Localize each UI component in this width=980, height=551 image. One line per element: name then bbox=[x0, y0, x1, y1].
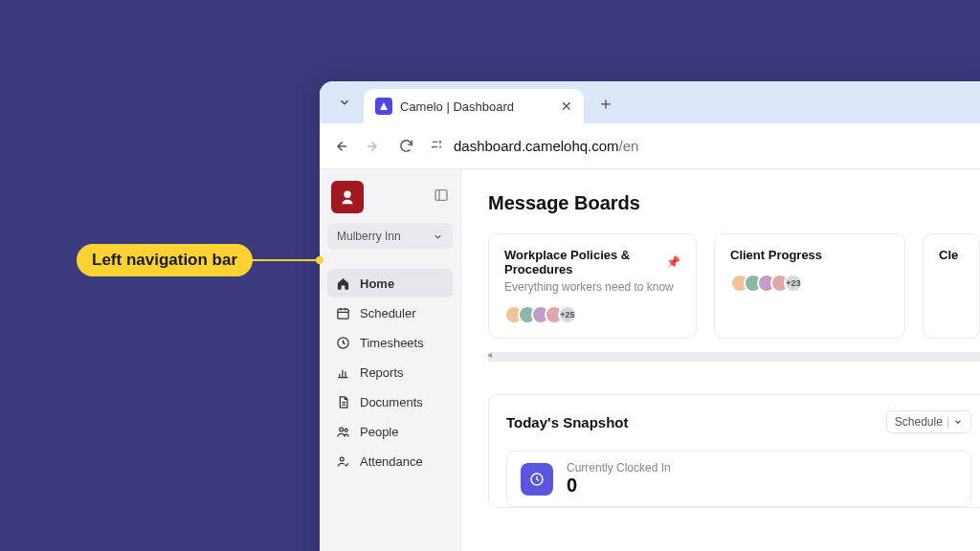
left-sidebar: Mulberry Inn Home Scheduler Timesheets bbox=[320, 169, 461, 551]
clock-icon bbox=[335, 335, 350, 350]
people-icon bbox=[335, 424, 350, 439]
url-text: dashboard.camelohq.com/en bbox=[454, 138, 638, 154]
svg-point-2 bbox=[344, 191, 350, 198]
pin-icon: 📌 bbox=[666, 255, 680, 269]
board-title: Workplace Policies & Procedures bbox=[504, 248, 658, 276]
chevron-down-icon bbox=[338, 96, 351, 109]
board-title: Cle bbox=[939, 248, 958, 262]
svg-rect-4 bbox=[337, 309, 347, 319]
chevron-down-icon bbox=[953, 417, 963, 427]
nav-label: Attendance bbox=[360, 454, 423, 469]
svg-point-7 bbox=[345, 429, 347, 431]
reload-icon bbox=[398, 138, 414, 154]
boards-scrollbar[interactable] bbox=[488, 352, 980, 362]
avatar-more: +23 bbox=[784, 274, 803, 293]
svg-point-8 bbox=[340, 457, 344, 461]
svg-point-0 bbox=[439, 141, 441, 143]
main-content: Message Boards Workplace Policies & Proc… bbox=[461, 169, 980, 551]
annotation-callout: Left navigation bar bbox=[77, 244, 323, 276]
sidebar-top bbox=[327, 179, 453, 217]
nav-label: Timesheets bbox=[360, 336, 424, 350]
nav-list: Home Scheduler Timesheets Reports Docume… bbox=[327, 269, 453, 475]
annotation-label: Left navigation bar bbox=[77, 244, 253, 276]
board-title: Client Progress bbox=[730, 248, 822, 262]
sidebar-item-timesheets[interactable]: Timesheets bbox=[327, 328, 453, 357]
board-card[interactable]: Workplace Policies & Procedures 📌 Everyt… bbox=[488, 233, 697, 339]
snapshot-clockedin[interactable]: Currently Clocked In 0 bbox=[506, 451, 971, 507]
snapshot-row-value: 0 bbox=[567, 474, 671, 496]
workspace-logo[interactable] bbox=[331, 181, 364, 213]
workspace-name: Mulberry Inn bbox=[337, 230, 401, 243]
address-bar[interactable]: dashboard.camelohq.com/en bbox=[429, 137, 978, 156]
sidebar-item-attendance[interactable]: Attendance bbox=[327, 447, 453, 475]
nav-label: People bbox=[360, 425, 398, 439]
tab-search-button[interactable] bbox=[331, 89, 358, 116]
arrow-right-icon bbox=[365, 138, 382, 155]
annotation-line bbox=[253, 259, 316, 261]
back-button[interactable] bbox=[331, 137, 350, 156]
annotation-dot bbox=[316, 256, 323, 264]
camelo-favicon bbox=[375, 98, 392, 115]
nav-label: Home bbox=[360, 276, 394, 291]
workspace-selector[interactable]: Mulberry Inn bbox=[327, 223, 453, 250]
collapse-sidebar-button[interactable] bbox=[434, 187, 449, 207]
nav-label: Reports bbox=[360, 365, 404, 380]
board-avatars: +25 bbox=[504, 305, 680, 324]
chef-icon bbox=[337, 187, 358, 208]
attendance-icon bbox=[335, 453, 350, 469]
divider: | bbox=[947, 415, 949, 429]
nav-label: Scheduler bbox=[360, 306, 416, 320]
browser-window: Camelo | Dashboard ✕ ＋ dashboard.cameloh… bbox=[320, 81, 980, 551]
arrow-left-icon bbox=[332, 138, 349, 155]
snapshot-panel: Today's Snapshot Schedule | Currently Cl… bbox=[488, 394, 980, 508]
clock-square-icon bbox=[521, 463, 553, 496]
browser-toolbar: dashboard.camelohq.com/en bbox=[320, 123, 980, 169]
browser-tabstrip: Camelo | Dashboard ✕ ＋ bbox=[320, 81, 980, 123]
section-title-boards: Message Boards bbox=[488, 192, 980, 214]
camelo-logo-icon bbox=[378, 100, 390, 112]
new-tab-button[interactable]: ＋ bbox=[591, 89, 620, 118]
board-card[interactable]: Client Progress +23 bbox=[714, 233, 905, 339]
svg-point-1 bbox=[432, 145, 434, 147]
board-avatars: +23 bbox=[730, 274, 889, 293]
sidebar-item-reports[interactable]: Reports bbox=[327, 358, 453, 386]
board-card[interactable]: Cle bbox=[923, 233, 980, 339]
svg-point-6 bbox=[339, 428, 343, 431]
nav-label: Documents bbox=[360, 395, 423, 409]
calendar-icon bbox=[335, 305, 350, 320]
board-subtitle: Everything workers need to know bbox=[504, 280, 680, 294]
sidebar-item-people[interactable]: People bbox=[327, 417, 453, 446]
snapshot-row-label: Currently Clocked In bbox=[567, 461, 671, 474]
avatar-more: +25 bbox=[558, 305, 577, 324]
sidebar-item-home[interactable]: Home bbox=[327, 269, 453, 298]
chevron-down-icon bbox=[433, 231, 443, 242]
browser-tab-active[interactable]: Camelo | Dashboard ✕ bbox=[364, 89, 584, 123]
forward-button[interactable] bbox=[364, 137, 383, 156]
panel-left-icon bbox=[434, 187, 449, 203]
app-frame: Mulberry Inn Home Scheduler Timesheets bbox=[320, 169, 980, 551]
sidebar-item-scheduler[interactable]: Scheduler bbox=[327, 298, 453, 327]
snapshot-view-select[interactable]: Schedule | bbox=[886, 410, 971, 433]
boards-row: Workplace Policies & Procedures 📌 Everyt… bbox=[488, 233, 980, 339]
home-icon bbox=[335, 276, 350, 291]
reload-button[interactable] bbox=[396, 137, 415, 156]
tab-title: Camelo | Dashboard bbox=[400, 99, 514, 114]
snapshot-title: Today's Snapshot bbox=[506, 414, 628, 430]
site-settings-icon[interactable] bbox=[429, 137, 444, 156]
svg-rect-3 bbox=[435, 190, 447, 201]
chart-icon bbox=[335, 364, 350, 380]
sidebar-item-documents[interactable]: Documents bbox=[327, 387, 453, 416]
tab-close-button[interactable]: ✕ bbox=[561, 99, 572, 114]
document-icon bbox=[335, 394, 350, 409]
